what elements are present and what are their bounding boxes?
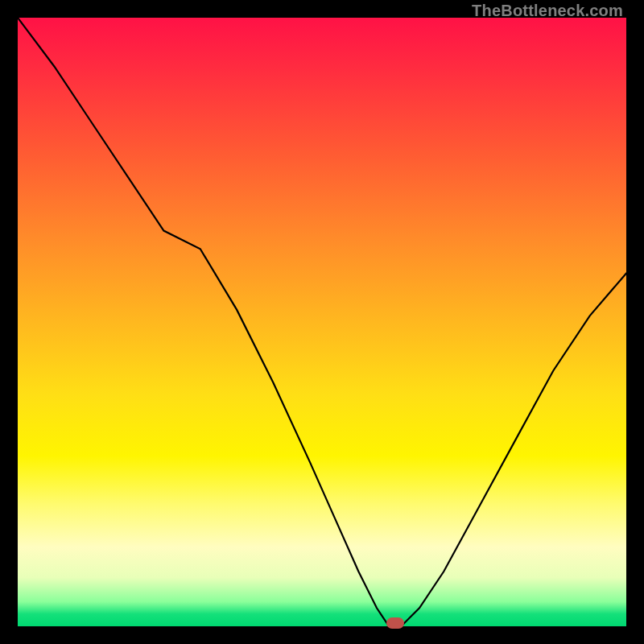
bottleneck-curve (18, 18, 626, 626)
optimum-marker (386, 617, 404, 629)
plot-area (18, 18, 626, 626)
curve-layer (18, 18, 626, 626)
chart-frame: TheBottleneck.com (0, 0, 644, 644)
